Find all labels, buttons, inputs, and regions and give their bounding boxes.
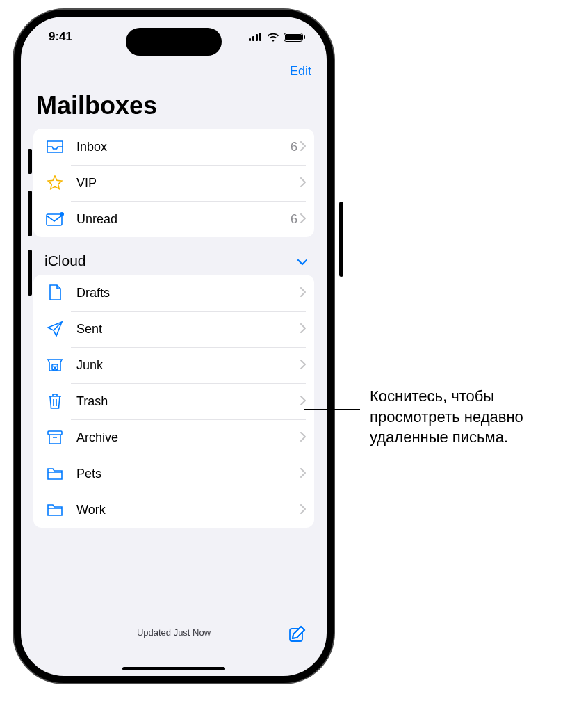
- nav-bar: Edit: [21, 57, 327, 81]
- chevron-right-icon: [300, 432, 306, 444]
- mailbox-label: Work: [71, 503, 300, 517]
- battery-icon: [284, 33, 303, 42]
- edit-button[interactable]: Edit: [290, 64, 311, 79]
- folder-icon: [43, 467, 67, 481]
- page-title: Mailboxes: [21, 81, 327, 129]
- chevron-right-icon: [300, 141, 306, 153]
- mailbox-label: Sent: [71, 322, 300, 337]
- archive-icon: [43, 430, 67, 445]
- phone-frame: 9:41 Edit Mailboxes Inbox: [14, 10, 334, 683]
- phone-side-button-silent: [28, 149, 32, 174]
- mailbox-row-work[interactable]: Work: [33, 492, 314, 528]
- wifi-icon: [267, 33, 279, 42]
- mailbox-row-drafts[interactable]: Drafts: [33, 275, 314, 311]
- chevron-down-icon: [297, 252, 307, 269]
- unread-icon: [43, 212, 67, 226]
- account-name: iCloud: [44, 252, 86, 269]
- mailbox-row-unread[interactable]: Unread 6: [33, 201, 314, 237]
- star-icon: [43, 175, 67, 191]
- mailbox-row-sent[interactable]: Sent: [33, 311, 314, 347]
- svg-rect-0: [47, 214, 62, 225]
- mailbox-label: VIP: [71, 176, 297, 191]
- mailbox-count: 6: [291, 212, 300, 227]
- mailbox-label: Junk: [71, 358, 300, 373]
- home-indicator: [122, 667, 225, 670]
- trash-icon: [43, 393, 67, 410]
- folder-icon: [43, 503, 67, 517]
- mailbox-label: Pets: [71, 467, 300, 481]
- mailbox-row-vip[interactable]: VIP: [33, 165, 314, 201]
- chevron-right-icon: [300, 468, 306, 480]
- mailbox-row-pets[interactable]: Pets: [33, 456, 314, 492]
- inbox-icon: [43, 140, 67, 154]
- chevron-right-icon: [300, 360, 306, 371]
- callout-leader-line: [304, 409, 360, 410]
- cellular-signal-icon: [249, 33, 263, 41]
- svg-rect-3: [48, 431, 62, 435]
- mailbox-row-inbox[interactable]: Inbox 6: [33, 129, 314, 165]
- junk-icon: [43, 358, 67, 372]
- chevron-right-icon: [300, 396, 306, 408]
- mailbox-row-junk[interactable]: Junk: [33, 347, 314, 383]
- mailbox-label: Archive: [71, 430, 300, 445]
- callout-text: Коснитесь, чтобы просмотреть недавно уда…: [370, 386, 588, 448]
- svg-rect-2: [52, 364, 58, 370]
- chevron-right-icon: [300, 287, 306, 299]
- bottom-toolbar: Updated Just Now: [21, 615, 327, 676]
- chevron-right-icon: [300, 323, 306, 335]
- sync-status: Updated Just Now: [137, 627, 211, 638]
- chevron-right-icon: [300, 213, 306, 225]
- mailbox-label: Unread: [71, 212, 291, 227]
- phone-side-button-right: [339, 202, 343, 277]
- smart-mailboxes-list: Inbox 6 VIP: [33, 129, 314, 237]
- mailbox-count: 6: [291, 140, 300, 154]
- status-time: 9:41: [49, 30, 72, 44]
- svg-point-1: [60, 212, 64, 216]
- dynamic-island: [126, 28, 222, 56]
- icloud-mailboxes-list: Drafts Sent: [33, 275, 314, 528]
- chevron-right-icon: [300, 504, 306, 516]
- mailbox-row-archive[interactable]: Archive: [33, 419, 314, 456]
- phone-side-button-volume-up: [28, 191, 32, 236]
- mailbox-label: Inbox: [71, 140, 291, 154]
- mailbox-label: Trash: [71, 394, 300, 409]
- paperplane-icon: [43, 321, 67, 337]
- compose-button[interactable]: [288, 625, 307, 646]
- account-section-header[interactable]: iCloud: [21, 237, 327, 275]
- mailbox-row-trash[interactable]: Trash: [33, 383, 314, 419]
- mailbox-label: Drafts: [71, 286, 300, 300]
- phone-side-button-volume-down: [28, 250, 32, 296]
- chevron-right-icon: [300, 177, 306, 189]
- document-icon: [43, 284, 67, 301]
- status-indicators: [249, 33, 303, 42]
